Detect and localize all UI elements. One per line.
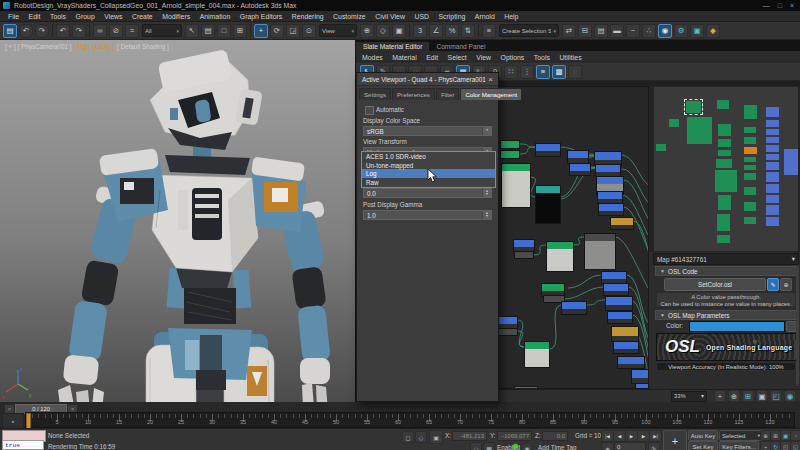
navigator-node-block[interactable]: [766, 162, 779, 170]
spinner-snap-icon[interactable]: ⇅: [461, 24, 475, 38]
navigator-node-block[interactable]: [744, 105, 757, 119]
menu-rendering[interactable]: Rendering: [292, 13, 324, 20]
exposure-value-field[interactable]: 0.0 ▲▼: [363, 188, 492, 198]
track-bar-ruler[interactable]: 5101520253035404550556065707580859095100…: [25, 412, 795, 428]
dialog-tab-preferences[interactable]: Preferences: [392, 88, 435, 100]
angle-snap-icon[interactable]: ∠: [429, 24, 443, 38]
auto-key-button[interactable]: Auto Key: [688, 430, 718, 441]
navigator-node-block[interactable]: [766, 120, 779, 127]
navigator-node-block[interactable]: [744, 147, 757, 154]
mirror-icon[interactable]: ⇄: [562, 24, 576, 38]
navigator-node-block[interactable]: [784, 149, 798, 175]
navigator-node-block[interactable]: [744, 127, 756, 133]
unlink-selection-icon[interactable]: ⊘: [109, 24, 123, 38]
navigator-node-block[interactable]: [744, 137, 756, 144]
navigator-node-block[interactable]: [766, 217, 779, 226]
window-crossing-icon[interactable]: ⊞: [233, 24, 247, 38]
navigator-node-block[interactable]: [744, 157, 756, 162]
menu-usd[interactable]: USD: [414, 13, 429, 20]
navigator-node-block[interactable]: [766, 154, 779, 160]
select-and-place-icon[interactable]: ⊙: [302, 24, 316, 38]
set-key-button[interactable]: Set Key: [688, 441, 718, 450]
map-selector-dropdown[interactable]: Map #614327761 ▾: [653, 253, 799, 265]
navigator-node-block[interactable]: [716, 159, 732, 168]
maximize-button[interactable]: □: [778, 2, 782, 9]
menu-create[interactable]: Create: [132, 13, 153, 20]
material-node[interactable]: [608, 312, 632, 323]
material-node[interactable]: [544, 296, 564, 302]
redo-icon[interactable]: ↷: [72, 24, 86, 38]
me-menu-modes[interactable]: Modes: [362, 54, 383, 61]
material-node[interactable]: [614, 342, 638, 353]
navigator-node-block[interactable]: [718, 124, 731, 136]
me-menu-view[interactable]: View: [476, 54, 491, 61]
material-node[interactable]: [602, 272, 626, 283]
go-to-end-button[interactable]: ▶|: [649, 430, 662, 442]
coordinate-z-field[interactable]: 0.0: [542, 431, 568, 441]
menu-customize[interactable]: Customize: [333, 13, 366, 20]
select-and-move-icon[interactable]: +: [254, 24, 268, 38]
close-button[interactable]: ×: [790, 2, 794, 9]
viewport-quality-label[interactable]: [ High Quality ]: [74, 43, 115, 50]
osl-file-button[interactable]: SetColor.osl: [664, 278, 766, 291]
navigator-node-block[interactable]: [744, 217, 756, 224]
render-production-icon[interactable]: ◆: [706, 24, 720, 38]
me-utilities-icon[interactable]: ◌: [568, 65, 582, 79]
fov-icon[interactable]: ◔: [790, 430, 800, 441]
menu-graph-editors[interactable]: Graph Editors: [240, 13, 283, 20]
navigator-node-block[interactable]: [744, 165, 756, 170]
material-node[interactable]: [618, 357, 644, 368]
navigator-panel[interactable]: [653, 86, 799, 252]
material-node[interactable]: [595, 152, 621, 165]
display-color-space-dropdown[interactable]: sRGB ▾: [363, 126, 492, 136]
undo-icon[interactable]: ↶: [56, 24, 70, 38]
me-navigator-icon[interactable]: ▩: [552, 65, 566, 79]
material-node[interactable]: [536, 186, 560, 223]
post-display-gamma-field[interactable]: 1.0 ▲▼: [363, 210, 492, 220]
viewport-label[interactable]: [ + ][ PhysCamera001 ][ High Quality ][ …: [5, 43, 171, 50]
selection-lock-icon[interactable]: ▣: [429, 430, 443, 444]
me-zoom-icon[interactable]: ⊕: [728, 390, 740, 402]
material-node[interactable]: [525, 342, 549, 367]
selection-filter-dropdown[interactable]: All▾: [142, 24, 182, 37]
material-node[interactable]: [501, 151, 519, 158]
navigator-node-block[interactable]: [717, 214, 730, 231]
navigator-node-block[interactable]: [686, 101, 701, 113]
material-node[interactable]: [515, 252, 533, 258]
percent-snap-icon[interactable]: %: [445, 24, 459, 38]
me-pan-icon[interactable]: +: [714, 390, 726, 402]
material-node[interactable]: [604, 284, 628, 295]
osl-code-rollout[interactable]: ▼ OSL Code: [655, 266, 797, 276]
minimize-button[interactable]: —: [763, 2, 770, 9]
adaptive-degradation-icon[interactable]: ▩: [483, 442, 495, 450]
set-key-big-button[interactable]: +: [663, 430, 687, 450]
material-node[interactable]: [514, 240, 534, 251]
dialog-close-icon[interactable]: ×: [488, 75, 493, 84]
osl-browse-icon[interactable]: ⊕: [780, 278, 792, 291]
material-node[interactable]: [502, 164, 530, 207]
use-pivot-center-icon[interactable]: ⊕: [360, 24, 374, 38]
reference-coordinate-dropdown[interactable]: View▾: [319, 24, 357, 37]
track-bar-toggle-icon[interactable]: ▪: [2, 413, 24, 429]
me-menu-tools[interactable]: Tools: [534, 54, 550, 61]
playhead[interactable]: [26, 413, 31, 429]
key-filters-button[interactable]: Key Filters...: [719, 441, 759, 450]
key-brush-icon[interactable]: ✎: [648, 442, 660, 450]
layer-explorer-icon[interactable]: ▤: [594, 24, 608, 38]
navigator-node-block[interactable]: [766, 184, 779, 193]
menu-help[interactable]: Help: [504, 13, 518, 20]
material-node[interactable]: [568, 151, 588, 163]
rectangular-selection-icon[interactable]: □: [217, 24, 231, 38]
snap-toggle-icon[interactable]: 3: [413, 24, 427, 38]
me-menu-options[interactable]: Options: [501, 54, 525, 61]
material-node[interactable]: [562, 302, 586, 314]
render-setup-icon[interactable]: ⚙: [674, 24, 688, 38]
automatic-checkbox[interactable]: [365, 106, 374, 115]
me-menu-material[interactable]: Material: [392, 54, 417, 61]
me-tab-slate-material-editor[interactable]: Slate Material Editor: [356, 42, 429, 51]
osl-map-parameters-rollout[interactable]: ▼ OSL Map Parameters: [655, 310, 797, 320]
navigator-node-block[interactable]: [766, 129, 779, 135]
material-node[interactable]: [596, 165, 620, 176]
dialog-tab-color-management[interactable]: Color Management: [460, 88, 522, 100]
navigator-node-block[interactable]: [718, 195, 731, 210]
